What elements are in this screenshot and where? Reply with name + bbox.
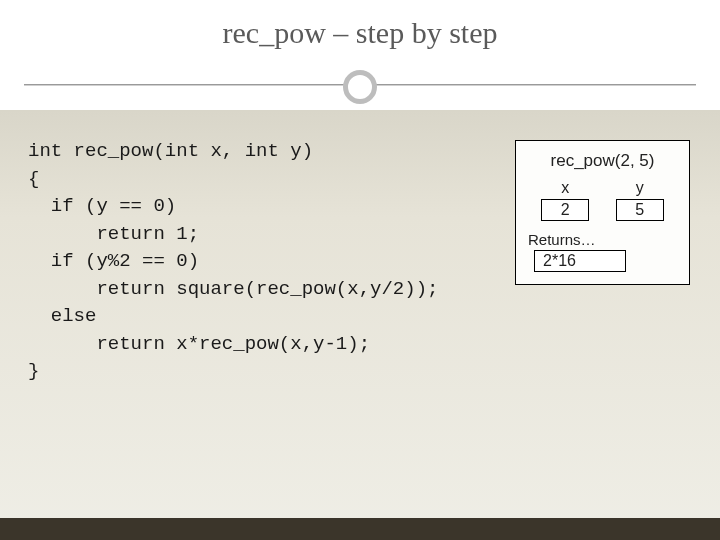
var-y: y 5 (616, 179, 664, 221)
trace-panel: rec_pow(2, 5) x 2 y 5 Returns… 2*16 (515, 140, 690, 285)
title-area: rec_pow – step by step (0, 0, 720, 110)
footer-bar (0, 518, 720, 540)
content-area: int rec_pow(int x, int y) { if (y == 0) … (0, 110, 720, 540)
var-x: x 2 (541, 179, 589, 221)
returns-label: Returns… (528, 231, 677, 248)
code-block: int rec_pow(int x, int y) { if (y == 0) … (28, 138, 438, 386)
returns-value: 2*16 (534, 250, 626, 272)
slide-title: rec_pow – step by step (0, 0, 720, 50)
var-y-label: y (636, 179, 644, 197)
var-x-value: 2 (541, 199, 589, 221)
ring-decoration (343, 70, 377, 104)
var-x-label: x (561, 179, 569, 197)
var-y-value: 5 (616, 199, 664, 221)
slide: rec_pow – step by step int rec_pow(int x… (0, 0, 720, 540)
trace-call: rec_pow(2, 5) (528, 151, 677, 171)
trace-vars: x 2 y 5 (528, 179, 677, 221)
